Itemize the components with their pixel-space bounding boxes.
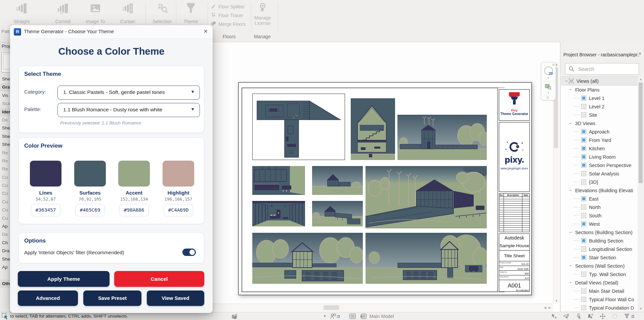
advanced-button[interactable]: Advanced: [18, 290, 78, 306]
property-row-cu[interactable]: Cu: [0, 214, 10, 222]
select-pinned-icon[interactable]: [575, 313, 582, 319]
tree-item-3d-views[interactable]: −3D Views: [561, 119, 638, 127]
property-row-cu[interactable]: Cu: [0, 190, 10, 198]
dialog-titlebar[interactable]: R Theme Generator - Choose Your Theme ✕: [10, 25, 213, 39]
navigation-bar[interactable]: ⊗ 2D ▼ ▼ ⊖: [541, 62, 556, 100]
interior-filter-toggle[interactable]: [182, 249, 196, 256]
property-row-othe[interactable]: Othe: [0, 280, 10, 288]
ribbon-tool-selection[interactable]: Selection: [146, 1, 178, 24]
property-row-she[interactable]: She: [0, 141, 10, 149]
scrollbar-thumb[interactable]: [324, 305, 339, 310]
scrollbar-thumb[interactable]: [639, 83, 643, 183]
tree-item-approach[interactable]: Approach: [561, 127, 638, 136]
palette-dropdown[interactable]: 1.1 Blush Romance - Dusty rose with whit…: [57, 103, 200, 117]
property-row-re[interactable]: Re: [0, 149, 10, 157]
collapse-icon[interactable]: −: [568, 121, 572, 126]
scroll-left-icon[interactable]: ◀: [544, 306, 546, 309]
design-options-icon[interactable]: [330, 313, 336, 319]
ribbon-tool-straight[interactable]: Straight: [5, 1, 38, 24]
swatch-hex-button[interactable]: #98A886: [119, 204, 149, 216]
property-row-ap[interactable]: Ap: [0, 263, 10, 271]
save-preset-button[interactable]: Save Preset: [83, 290, 141, 306]
workset-list-icon[interactable]: [349, 313, 356, 319]
property-row-re[interactable]: Re: [0, 157, 10, 165]
ribbon-tool-theme[interactable]: Theme: [175, 1, 207, 24]
sheet-view-kitchen[interactable]: [252, 166, 305, 195]
tree-item-west[interactable]: West: [561, 220, 638, 228]
property-row-vis[interactable]: Vis: [0, 92, 10, 100]
sheet-view-living-room[interactable]: [252, 201, 305, 226]
ribbon-tool-floor-splitter[interactable]: Floor Splitter: [211, 2, 245, 11]
ribbon-tool-curved[interactable]: Curved: [47, 1, 79, 24]
scroll-right-icon[interactable]: ▶: [549, 306, 551, 309]
chevron-down-icon[interactable]: ▼: [323, 314, 327, 318]
search-input[interactable]: [577, 65, 636, 73]
panel-close-icon[interactable]: ✕: [638, 51, 642, 56]
property-row-she[interactable]: She: [0, 255, 10, 263]
tree-item-sections-building-section[interactable]: −Sections (Building Section): [561, 228, 638, 236]
property-row-cu[interactable]: Cu: [0, 206, 10, 214]
tree-item-south[interactable]: South: [561, 211, 638, 220]
tree-scrollbar[interactable]: ▲ ▼: [638, 76, 644, 311]
view-saved-button[interactable]: View Saved: [147, 290, 204, 306]
sheet-view-a001[interactable]: Pixy Theme Generator pixy. www.pixyplugi…: [238, 82, 532, 295]
ribbon-tool-merge-floors[interactable]: Merge Floors: [211, 20, 246, 29]
collapse-icon[interactable]: −: [568, 280, 572, 285]
sheet-view-wide-elevation-2[interactable]: [366, 233, 488, 284]
ribbon-tool-curtain[interactable]: Curtain: [112, 1, 144, 24]
tree-item-longitudinal-section[interactable]: Longitudinal Section: [561, 245, 638, 253]
type-selector-thumbnail[interactable]: [1, 52, 10, 72]
dialog-close-icon[interactable]: ✕: [204, 28, 208, 35]
chevron-down-icon[interactable]: ▼: [547, 91, 550, 94]
property-row-cu[interactable]: Cu: [0, 181, 10, 190]
collapse-icon[interactable]: −: [568, 188, 572, 193]
property-row-ch[interactable]: Ch: [0, 239, 10, 247]
ribbon-tool-floor-tracer[interactable]: Floor Tracer: [211, 11, 243, 20]
tree-item-level-2[interactable]: Level 2: [561, 102, 638, 111]
tree-item-solar-analysis[interactable]: Solar Analysis: [561, 169, 638, 178]
chevron-down-icon[interactable]: ▼: [547, 76, 550, 79]
tree-item-building-section[interactable]: Building Section: [561, 236, 638, 245]
sheet-view-exterior-2[interactable]: [312, 201, 363, 226]
tree-item-floor-plans[interactable]: −Floor Plans: [561, 86, 638, 94]
scroll-down-icon[interactable]: ▼: [555, 299, 558, 303]
scroll-up-icon[interactable]: ▲: [639, 77, 642, 81]
property-row-she[interactable]: She: [0, 75, 10, 83]
tree-item-sections-wall-section[interactable]: −Sections (Wall Section): [561, 262, 638, 270]
tree-item-section-perspective[interactable]: Section Perspective: [561, 161, 638, 169]
tree-item-east[interactable]: East: [561, 195, 638, 203]
active-workset-icon[interactable]: [360, 313, 367, 319]
category-dropdown[interactable]: 1. Classic Pastels - Soft, gentle pastel…: [57, 86, 200, 100]
zoom-region-icon[interactable]: [545, 83, 552, 90]
project-browser-search[interactable]: [565, 63, 639, 75]
tree-item-typ-wall-section[interactable]: Typ. Wall Section: [561, 270, 638, 278]
property-row-re[interactable]: Re: [0, 165, 10, 173]
property-row-de[interactable]: De: [0, 116, 10, 124]
status-selection-icon[interactable]: [1, 313, 9, 320]
tree-item-living-room[interactable]: Living Room: [561, 153, 638, 161]
property-row-she[interactable]: She: [0, 132, 10, 141]
tree-item-main-stair-detail[interactable]: Main Stair Detail: [561, 287, 638, 295]
property-row-she[interactable]: She: [0, 124, 10, 132]
sheet-view-building-section[interactable]: [351, 98, 395, 160]
select-underlay-icon[interactable]: [563, 313, 569, 319]
tree-item-typical-floor-wall-co[interactable]: Typical Floor Wall Co: [561, 295, 638, 304]
tree-item-level-1[interactable]: Level 1: [561, 94, 638, 102]
tree-item-site[interactable]: Site: [561, 111, 638, 119]
collapse-icon[interactable]: −: [568, 230, 572, 235]
manage-license-button[interactable]: Manage License: [252, 2, 273, 26]
tree-item-elevations-building-elevati[interactable]: −Elevations (Building Elevati: [561, 186, 638, 195]
main-model-label[interactable]: Main Model: [370, 314, 394, 319]
tree-item-typical-foundation-d[interactable]: Typical Foundation D: [561, 304, 638, 311]
sheet-view-wide-elevation-1[interactable]: [252, 233, 363, 284]
property-row-cu[interactable]: Cu: [0, 173, 10, 181]
cancel-button[interactable]: Cancel: [114, 271, 204, 287]
navbar-close-icon[interactable]: ⊗: [552, 63, 555, 66]
property-row-ider[interactable]: Ider: [0, 108, 10, 116]
filter-icon[interactable]: [624, 313, 630, 319]
collapse-icon[interactable]: −: [568, 263, 572, 268]
tree-item-kitchen[interactable]: Kitchen: [561, 144, 638, 153]
swatch-hex-button[interactable]: #363457: [31, 204, 60, 216]
scroll-down-icon[interactable]: ▼: [639, 307, 642, 310]
select-links-icon[interactable]: [551, 313, 557, 319]
